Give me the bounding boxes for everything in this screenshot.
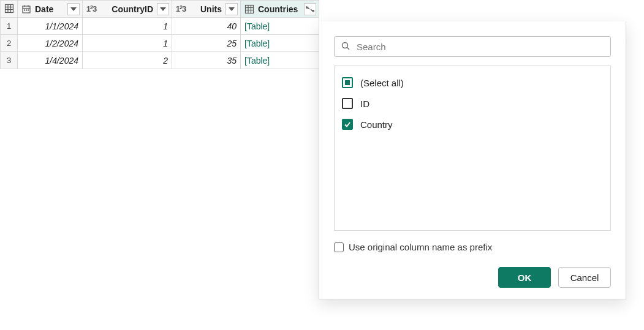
table-row[interactable]: 1 1/1/2024 1 40 [Table]	[1, 18, 319, 35]
cell-units[interactable]: 25	[172, 35, 241, 52]
svg-rect-9	[24, 9, 25, 10]
svg-rect-10	[26, 9, 27, 10]
column-label: Countries	[258, 4, 301, 14]
cancel-button[interactable]: Cancel	[558, 267, 611, 288]
svg-marker-14	[229, 7, 235, 11]
cell-date[interactable]: 1/4/2024	[18, 52, 83, 69]
cell-countryid[interactable]: 2	[83, 52, 172, 69]
cell-countryid[interactable]: 1	[83, 18, 172, 35]
filter-button-date[interactable]	[67, 3, 80, 15]
search-input[interactable]	[355, 41, 604, 53]
prefix-label: Use original column name as prefix	[349, 242, 492, 252]
option-country[interactable]: Country	[342, 114, 603, 135]
ok-button[interactable]: OK	[498, 267, 551, 288]
svg-rect-15	[246, 5, 254, 13]
expand-button-countries[interactable]	[304, 3, 316, 15]
row-number[interactable]: 2	[1, 35, 18, 52]
column-header-date[interactable]: Date	[18, 1, 83, 18]
search-icon	[341, 41, 350, 53]
svg-marker-12	[70, 7, 77, 11]
column-label: CountryID	[100, 4, 154, 14]
column-label: Units	[189, 4, 223, 14]
data-grid: Date 123 CountryID 123 Uni	[0, 0, 319, 69]
calendar-icon	[20, 3, 32, 15]
search-box[interactable]	[334, 36, 611, 57]
table-icon	[3, 2, 15, 15]
checkbox-unchecked-icon	[342, 98, 353, 109]
row-number[interactable]: 3	[1, 52, 18, 69]
cell-units[interactable]: 40	[172, 18, 241, 35]
filter-button-countryid[interactable]	[157, 3, 169, 15]
checkbox-checked-icon	[342, 119, 353, 130]
table-row[interactable]: 2 1/2/2024 1 25 [Table]	[1, 35, 319, 52]
number-type-icon: 123	[85, 3, 97, 15]
cell-countryid[interactable]: 1	[83, 35, 172, 52]
column-list: (Select all) ID Country	[334, 66, 611, 231]
option-label: Country	[360, 119, 393, 130]
column-header-countries[interactable]: Countries	[241, 1, 319, 18]
checkbox-indeterminate-icon	[342, 77, 353, 88]
checkbox-unchecked-icon	[334, 242, 344, 252]
option-select-all[interactable]: (Select all)	[342, 72, 603, 93]
filter-button-units[interactable]	[225, 3, 238, 15]
option-label: (Select all)	[360, 78, 404, 88]
cell-countries[interactable]: [Table]	[241, 52, 319, 69]
svg-marker-13	[160, 7, 166, 11]
button-row: OK Cancel	[334, 267, 611, 288]
row-number[interactable]: 1	[1, 18, 18, 35]
number-type-icon: 123	[175, 3, 187, 15]
svg-line-23	[347, 47, 350, 50]
cell-units[interactable]: 35	[172, 52, 241, 69]
column-label: Date	[35, 4, 65, 14]
option-label: ID	[360, 99, 369, 109]
cell-date[interactable]: 1/2/2024	[18, 35, 83, 52]
cell-countries[interactable]: [Table]	[241, 35, 319, 52]
prefix-checkbox-row[interactable]: Use original column name as prefix	[334, 242, 611, 252]
column-header-units[interactable]: 123 Units	[172, 1, 241, 18]
corner-cell[interactable]	[1, 1, 18, 18]
table-row[interactable]: 3 1/4/2024 2 35 [Table]	[1, 52, 319, 69]
cell-date[interactable]: 1/1/2024	[18, 18, 83, 35]
svg-rect-11	[28, 9, 29, 10]
cell-countries[interactable]: [Table]	[241, 18, 319, 35]
column-header-countryid[interactable]: 123 CountryID	[83, 1, 172, 18]
svg-point-22	[343, 42, 348, 48]
svg-rect-0	[5, 5, 13, 13]
option-id[interactable]: ID	[342, 93, 603, 114]
table-icon	[243, 3, 256, 15]
expand-column-popup: (Select all) ID Country Use original col…	[319, 21, 626, 299]
